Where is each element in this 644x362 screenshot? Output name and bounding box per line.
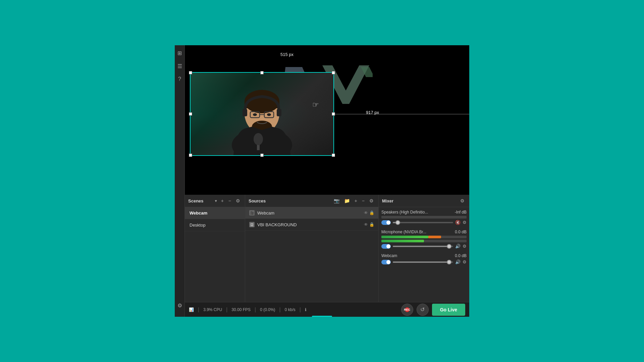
webcam-source-icon: 🎥 [249, 210, 255, 216]
svg-point-13 [267, 113, 271, 116]
handle-bottom-left[interactable] [189, 154, 192, 157]
handle-bottom-center[interactable] [260, 154, 264, 157]
svg-point-16 [254, 133, 263, 145]
scene-item-webcam[interactable]: Webcam [185, 207, 245, 219]
source-item-webcam[interactable]: 🎥 Webcam 👁 🔒 [245, 207, 378, 219]
status-info-btn[interactable]: ℹ [305, 307, 307, 312]
webcam-source-actions: 👁 🔒 [364, 210, 374, 215]
sources-title: Sources [249, 198, 330, 203]
scenes-remove-btn[interactable]: − [227, 197, 232, 204]
svg-rect-18 [277, 109, 281, 116]
move-cursor: ☞ [312, 101, 319, 109]
mixer-panel: Mixer ⚙ Speakers (High Definitio... -Inf… [379, 195, 469, 302]
status-dropped: 0 (0.0%) [260, 307, 275, 312]
mixer-settings-btn[interactable]: ⚙ [459, 197, 466, 204]
status-bar: 📊 | 3.9% CPU | 30.00 FPS | 0 (0.0%) | 0 … [185, 302, 469, 317]
speakers-bar [381, 216, 467, 219]
svg-rect-8 [245, 102, 279, 108]
mic-bar2 [381, 240, 467, 242]
webcam-volume-thumb[interactable] [447, 260, 451, 264]
status-cpu: 3.9% CPU [203, 307, 222, 312]
sources-add-btn[interactable]: + [353, 197, 359, 204]
go-live-button[interactable]: Go Live [432, 304, 465, 316]
sources-folder-btn[interactable]: 📁 [343, 197, 351, 204]
status-sep1: | [198, 307, 199, 313]
grid-icon[interactable]: ⊞ [175, 48, 184, 58]
sources-panel: Sources 📷 📁 + − ⚙ 🎥 Webcam 👁 � [245, 195, 379, 302]
speakers-name: Speakers (High Definitio... [381, 210, 428, 215]
scenes-panel-header: Scenes ▼ + − ⚙ [185, 195, 245, 207]
status-sep3: | [255, 307, 256, 313]
sources-remove-btn[interactable]: − [361, 197, 366, 204]
webcam-audio-options-btn[interactable]: ⚙ [463, 259, 467, 264]
scenes-list: Webcam Desktop [185, 207, 245, 302]
mixer-webcam-header: Webcam 0.0 dB [381, 253, 467, 258]
obs-window: ⊞ ☰ ? ⚙ [175, 45, 469, 317]
mixer-speakers-header: Speakers (High Definitio... -Inf dB [381, 210, 467, 215]
dimension-top-label: 515 px [280, 52, 293, 57]
dimension-right-line [334, 114, 469, 114]
scenes-dropdown[interactable]: ▼ [214, 199, 218, 203]
webcam-overlay[interactable] [190, 72, 334, 156]
handle-top-left[interactable] [189, 71, 192, 74]
webcam-audio-controls: 🔊 ⚙ [381, 259, 467, 264]
mic-bar-green-fill [381, 236, 428, 238]
status-sep4: | [279, 307, 281, 313]
handle-top-center[interactable] [260, 71, 264, 74]
speakers-options-btn[interactable]: ⚙ [463, 220, 467, 225]
webcam-lock-btn[interactable]: 🔒 [369, 210, 374, 215]
mixer-item-webcam: Webcam 0.0 dB 🔊 ⚙ [381, 253, 467, 264]
status-fps: 30.00 FPS [231, 307, 251, 312]
scenes-title: Scenes [188, 198, 212, 203]
vbi-bg-visibility-btn[interactable]: 👁 [364, 222, 368, 227]
handle-top-right[interactable] [332, 71, 335, 74]
mixer-mic-header: Microphone (NVIDIA Br... 0.0 dB [381, 230, 467, 234]
scene-item-desktop[interactable]: Desktop [185, 219, 245, 231]
speakers-volume-thumb[interactable] [395, 220, 400, 225]
mic-volume-slider[interactable] [393, 246, 453, 247]
mic-mute-btn[interactable]: 🔊 [455, 244, 461, 249]
webcam-source-label: Webcam [257, 210, 274, 216]
scenes-add-btn[interactable]: + [220, 197, 225, 204]
speakers-volume-slider[interactable] [393, 222, 453, 223]
svg-point-12 [253, 113, 257, 116]
mic-controls: 🔊 ⚙ [381, 244, 467, 249]
webcam-visibility-btn[interactable]: 👁 [364, 210, 368, 215]
webcam-audio-toggle[interactable] [381, 260, 391, 264]
mic-volume-fill [393, 246, 450, 247]
mixer-item-speakers: Speakers (High Definitio... -Inf dB [381, 210, 467, 225]
handle-bottom-right[interactable] [332, 154, 335, 157]
webcam-volume-slider[interactable] [393, 261, 453, 263]
sources-camera-btn[interactable]: 📷 [332, 197, 341, 204]
status-stats-icon[interactable]: 📊 [189, 307, 194, 312]
sources-list: 🎥 Webcam 👁 🔒 🖼 VBI BACKGROUND 👁 🔒 [245, 207, 378, 302]
mic-volume-thumb[interactable] [447, 244, 451, 249]
preview-area: 515 px 917 px ☞ [185, 45, 469, 195]
mic-options-btn[interactable]: ⚙ [463, 244, 467, 249]
mic-bar2-fill [381, 240, 424, 242]
speakers-mute-btn[interactable]: 🔇 [455, 220, 461, 225]
webcam-audio-mute-btn[interactable]: 🔊 [455, 259, 461, 264]
scenes-settings-btn[interactable]: ⚙ [234, 197, 241, 204]
person-silhouette [218, 78, 306, 155]
mic-bar-orange-fill [428, 236, 441, 238]
replay-button[interactable]: ↺ [417, 304, 429, 316]
source-item-vbi-bg[interactable]: 🖼 VBI BACKGROUND 👁 🔒 [245, 219, 378, 231]
vbi-bg-source-label: VBI BACKGROUND [257, 222, 297, 227]
mic-toggle[interactable] [381, 244, 391, 249]
mic-name: Microphone (NVIDIA Br... [381, 230, 426, 234]
handle-middle-left[interactable] [189, 112, 192, 116]
speakers-toggle[interactable] [381, 220, 391, 225]
vbi-bg-lock-btn[interactable]: 🔒 [369, 222, 374, 227]
vbi-bg-source-actions: 👁 🔒 [364, 222, 374, 227]
rec-button[interactable]: REC [401, 304, 413, 316]
vbi-bg-source-icon: 🖼 [249, 222, 255, 227]
settings-icon[interactable]: ⚙ [175, 300, 184, 311]
sources-panel-header: Sources 📷 📁 + − ⚙ [245, 195, 378, 207]
bars-icon[interactable]: ☰ [175, 61, 184, 71]
status-sep2: | [226, 307, 227, 313]
status-right-controls: REC ↺ Go Live [401, 304, 465, 316]
panels-container: Scenes ▼ + − ⚙ Webcam Desktop Sources 📷 [185, 195, 469, 302]
sources-settings-btn[interactable]: ⚙ [368, 197, 375, 204]
help-icon[interactable]: ? [176, 74, 183, 84]
